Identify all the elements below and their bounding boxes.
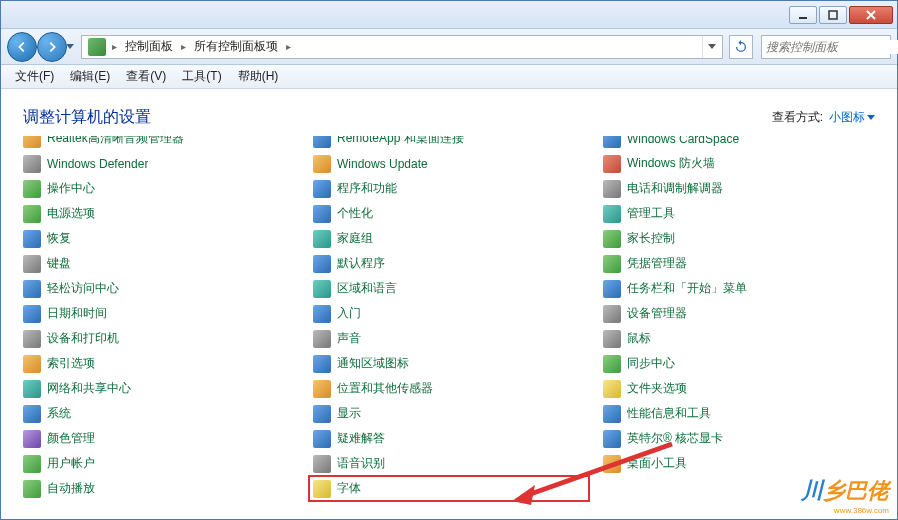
item-credentials[interactable]: 凭据管理器: [599, 251, 879, 276]
item-datetime[interactable]: 日期和时间: [19, 301, 299, 326]
item-label[interactable]: 文件夹选项: [627, 380, 687, 397]
item-label[interactable]: 鼠标: [627, 330, 651, 347]
item-fonts[interactable]: 字体: [309, 476, 589, 501]
item-taskbar[interactable]: 任务栏和「开始」菜单: [599, 276, 879, 301]
item-label[interactable]: 任务栏和「开始」菜单: [627, 280, 747, 297]
item-label[interactable]: 家庭组: [337, 230, 373, 247]
view-mode-dropdown[interactable]: 小图标: [829, 109, 875, 126]
item-label[interactable]: 凭据管理器: [627, 255, 687, 272]
item-label[interactable]: 恢复: [47, 230, 71, 247]
item-label[interactable]: Realtek高清晰音频管理器: [47, 136, 184, 147]
item-label[interactable]: Windows 防火墙: [627, 155, 715, 172]
item-label[interactable]: 轻松访问中心: [47, 280, 119, 297]
item-system[interactable]: 系统: [19, 401, 299, 426]
item-label[interactable]: 英特尔® 核芯显卡: [627, 430, 723, 447]
minimize-button[interactable]: [789, 6, 817, 24]
back-button[interactable]: [7, 32, 37, 62]
item-label[interactable]: Windows CardSpace: [627, 136, 739, 146]
item-label[interactable]: 疑难解答: [337, 430, 385, 447]
item-personalize[interactable]: 个性化: [309, 201, 589, 226]
item-remoteapp[interactable]: RemoteApp 和桌面连接: [309, 136, 589, 151]
item-sync[interactable]: 同步中心: [599, 351, 879, 376]
item-default-programs[interactable]: 默认程序: [309, 251, 589, 276]
item-label[interactable]: 家长控制: [627, 230, 675, 247]
item-label[interactable]: 程序和功能: [337, 180, 397, 197]
item-label[interactable]: 默认程序: [337, 255, 385, 272]
breadcrumb-all-items[interactable]: 所有控制面板项: [188, 36, 284, 58]
item-label[interactable]: 系统: [47, 405, 71, 422]
item-label[interactable]: 设备管理器: [627, 305, 687, 322]
item-update[interactable]: Windows Update: [309, 151, 589, 176]
item-color[interactable]: 颜色管理: [19, 426, 299, 451]
item-label[interactable]: 通知区域图标: [337, 355, 409, 372]
search-box[interactable]: [761, 35, 891, 59]
chevron-right-icon[interactable]: ▸: [284, 41, 293, 52]
item-label[interactable]: Windows Update: [337, 157, 428, 171]
breadcrumb-control-panel[interactable]: 控制面板: [119, 36, 179, 58]
close-button[interactable]: [849, 6, 893, 24]
address-dropdown[interactable]: [702, 36, 720, 58]
item-indexing[interactable]: 索引选项: [19, 351, 299, 376]
item-label[interactable]: 自动播放: [47, 480, 95, 497]
item-parental[interactable]: 家长控制: [599, 226, 879, 251]
item-keyboard[interactable]: 键盘: [19, 251, 299, 276]
item-cardspace[interactable]: Windows CardSpace: [599, 136, 879, 151]
chevron-right-icon[interactable]: ▸: [110, 41, 119, 52]
item-label[interactable]: 设备和打印机: [47, 330, 119, 347]
item-sound[interactable]: 声音: [309, 326, 589, 351]
item-device-manager[interactable]: 设备管理器: [599, 301, 879, 326]
item-display[interactable]: 显示: [309, 401, 589, 426]
item-ease-of-access[interactable]: 轻松访问中心: [19, 276, 299, 301]
item-label[interactable]: 性能信息和工具: [627, 405, 711, 422]
item-label[interactable]: 显示: [337, 405, 361, 422]
item-action-center[interactable]: 操作中心: [19, 176, 299, 201]
item-label[interactable]: 电话和调制解调器: [627, 180, 723, 197]
item-user-accounts[interactable]: 用户帐户: [19, 451, 299, 476]
item-gadgets[interactable]: 桌面小工具: [599, 451, 879, 476]
item-label[interactable]: 用户帐户: [47, 455, 95, 472]
menu-help[interactable]: 帮助(H): [230, 66, 287, 88]
chevron-right-icon[interactable]: ▸: [179, 41, 188, 52]
item-label[interactable]: 日期和时间: [47, 305, 107, 322]
item-notification[interactable]: 通知区域图标: [309, 351, 589, 376]
item-getting-started[interactable]: 入门: [309, 301, 589, 326]
item-label[interactable]: 语音识别: [337, 455, 385, 472]
item-label[interactable]: 同步中心: [627, 355, 675, 372]
item-region-lang[interactable]: 区域和语言: [309, 276, 589, 301]
item-label[interactable]: 桌面小工具: [627, 455, 687, 472]
item-network[interactable]: 网络和共享中心: [19, 376, 299, 401]
item-mouse[interactable]: 鼠标: [599, 326, 879, 351]
item-label[interactable]: 颜色管理: [47, 430, 95, 447]
item-label[interactable]: RemoteApp 和桌面连接: [337, 136, 464, 147]
menu-edit[interactable]: 编辑(E): [62, 66, 118, 88]
item-label[interactable]: 区域和语言: [337, 280, 397, 297]
item-label[interactable]: 电源选项: [47, 205, 95, 222]
item-label[interactable]: 位置和其他传感器: [337, 380, 433, 397]
item-label[interactable]: 入门: [337, 305, 361, 322]
item-realtek-audio[interactable]: Realtek高清晰音频管理器: [19, 136, 299, 151]
item-power[interactable]: 电源选项: [19, 201, 299, 226]
refresh-button[interactable]: [729, 35, 753, 59]
item-performance[interactable]: 性能信息和工具: [599, 401, 879, 426]
item-firewall[interactable]: Windows 防火墙: [599, 151, 879, 176]
item-devices-printers[interactable]: 设备和打印机: [19, 326, 299, 351]
item-recovery[interactable]: 恢复: [19, 226, 299, 251]
item-label[interactable]: 声音: [337, 330, 361, 347]
maximize-button[interactable]: [819, 6, 847, 24]
menu-tools[interactable]: 工具(T): [174, 66, 229, 88]
address-bar[interactable]: ▸ 控制面板 ▸ 所有控制面板项 ▸: [81, 35, 723, 59]
item-label[interactable]: 键盘: [47, 255, 71, 272]
menu-view[interactable]: 查看(V): [118, 66, 174, 88]
item-label[interactable]: 管理工具: [627, 205, 675, 222]
item-label[interactable]: 个性化: [337, 205, 373, 222]
item-label[interactable]: Windows Defender: [47, 157, 148, 171]
search-input[interactable]: [762, 40, 898, 54]
item-location[interactable]: 位置和其他传感器: [309, 376, 589, 401]
item-label[interactable]: 操作中心: [47, 180, 95, 197]
item-folder-options[interactable]: 文件夹选项: [599, 376, 879, 401]
menu-file[interactable]: 文件(F): [7, 66, 62, 88]
nav-history-dropdown[interactable]: [63, 38, 77, 56]
item-programs[interactable]: 程序和功能: [309, 176, 589, 201]
item-defender[interactable]: Windows Defender: [19, 151, 299, 176]
item-autoplay[interactable]: 自动播放: [19, 476, 299, 501]
